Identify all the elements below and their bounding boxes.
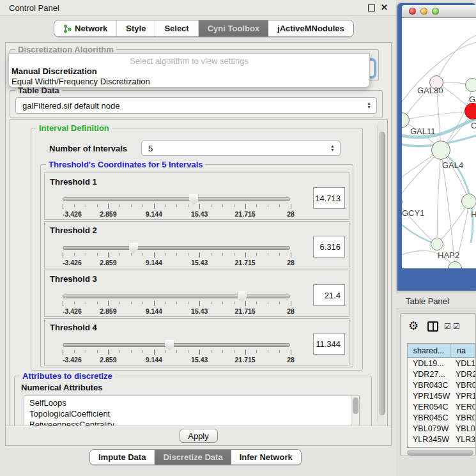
network-node[interactable] [431, 238, 443, 250]
node-label: GCY1 [402, 208, 424, 218]
close-icon[interactable]: ✕ [381, 3, 388, 12]
gear-icon[interactable]: ⚙ [408, 319, 418, 333]
threshold-slider[interactable] [63, 246, 290, 250]
network-view-window: GAL80 GA C GAL11 GAL4 GCY1 H HAP2 [397, 3, 476, 291]
interval-definition-title: Interval Definition [36, 123, 112, 133]
table-row[interactable]: YLR345WYLR3 [408, 434, 475, 445]
table-row[interactable]: YDR27...YDR2 [408, 369, 475, 380]
vertical-scrollbar[interactable] [377, 121, 386, 426]
list-scrollbar-thumb[interactable] [353, 397, 358, 414]
close-traffic-light-icon[interactable] [409, 8, 416, 15]
threshold-label: Threshold 3 [50, 274, 97, 284]
panel-title: Control Panel [9, 3, 59, 13]
columns-icon[interactable] [427, 321, 438, 332]
table-data-value: galFiltered.sif default node [22, 101, 119, 111]
threshold-row: Threshold 4 -3.4262.8599.14415.4321.7152… [44, 318, 349, 365]
network-node[interactable] [461, 194, 476, 209]
slider-ticks [63, 301, 291, 307]
zoom-traffic-light-icon[interactable] [432, 8, 439, 15]
list-scrollbar[interactable] [351, 396, 359, 426]
apply-bar: Apply [6, 426, 391, 445]
control-panel: Control Panel ✕ Network Style Select Cyn… [0, 0, 396, 476]
threshold-slider[interactable] [63, 343, 290, 347]
threshold-label: Threshold 1 [50, 177, 97, 187]
table-panel-title: Table Panel [406, 296, 449, 306]
dropdown-option-equal-width[interactable]: Equal Width/Frequency Discretization [12, 77, 150, 86]
threshold-value-field[interactable]: 14.713 [313, 187, 345, 209]
horizontal-scrollbar-thumb[interactable] [407, 450, 473, 456]
tab-impute-data[interactable]: Impute Data [90, 450, 155, 464]
column-header[interactable]: na [450, 344, 475, 358]
tab-select[interactable]: Select [155, 20, 198, 36]
checkbox-icon[interactable]: ☑ [444, 322, 451, 331]
apply-button[interactable]: Apply [180, 429, 218, 443]
table-row[interactable]: YBR045CYBR0 [408, 412, 475, 423]
threshold-row: Threshold 1 -3.4262.8599.14415.4321.7152… [44, 173, 349, 220]
slider-ticks [63, 204, 291, 210]
list-item[interactable]: SelfLoops [24, 396, 359, 408]
interval-definition-group: Interval Definition Number of Intervals … [31, 128, 363, 371]
threshold-label: Threshold 4 [50, 323, 97, 332]
cyni-content-panel: Discretization Algorithm ▲▼ Select algor… [5, 42, 392, 446]
network-icon [63, 24, 72, 33]
table-row[interactable]: YIL052CYIL0 [408, 445, 475, 448]
slider-scale-labels: -3.4262.8599.14415.4321.71528 [63, 307, 291, 315]
node-table: shared... na YDL19...YDL1 YDR27...YDR2 Y… [407, 343, 475, 448]
tab-style[interactable]: Style [117, 20, 155, 36]
tab-jactivemnodules[interactable]: jActiveMNodules [268, 20, 353, 36]
dropdown-hint: Select algorithm to view settings [9, 56, 369, 66]
checkbox-icon[interactable]: ☑ [453, 322, 460, 331]
bottom-tab-bar: Impute Data Discretize Data Infer Networ… [89, 449, 302, 465]
number-of-intervals-combobox[interactable]: 5 ▲▼ [141, 141, 341, 156]
slider-scale-labels: -3.4262.8599.14415.4321.71528 [63, 356, 291, 364]
table-data-group: Table Data galFiltered.sif default node … [10, 90, 383, 118]
threshold-row: Threshold 2 -3.4262.8599.14415.4321.7152… [44, 221, 349, 268]
minimize-traffic-light-icon[interactable] [420, 8, 427, 15]
threshold-slider[interactable] [63, 197, 290, 201]
network-canvas[interactable]: GAL80 GA C GAL11 GAL4 GCY1 H HAP2 [402, 18, 476, 268]
attributes-listbox[interactable]: SelfLoops TopologicalCoefficient Between… [24, 395, 360, 427]
network-node[interactable] [465, 78, 476, 92]
node-label: HAP2 [438, 250, 459, 260]
thresholds-group-title: Threshold's Coordinates for 5 Intervals [46, 160, 205, 169]
list-item[interactable]: TopologicalCoefficient [24, 408, 359, 419]
vertical-scrollbar-thumb[interactable] [379, 132, 385, 415]
threshold-slider[interactable] [63, 295, 290, 298]
tab-cyni-toolbox[interactable]: Cyni Toolbox [199, 20, 268, 36]
slider-scale-labels: -3.4262.8599.14415.4321.71528 [63, 210, 291, 218]
float-window-icon[interactable] [368, 4, 375, 12]
numerical-attributes-label: Numerical Attributes [21, 383, 102, 392]
number-of-intervals-value: 5 [148, 144, 153, 153]
control-panel-titlebar: Control Panel ✕ [0, 0, 396, 16]
node-label: GA [469, 95, 476, 104]
table-header-row: shared... na [408, 344, 475, 358]
table-row[interactable]: YBR043CYBR0 [408, 380, 475, 390]
thresholds-group: Threshold's Coordinates for 5 Intervals … [40, 164, 353, 367]
dropdown-option-manual[interactable]: Manual Discretization [12, 66, 97, 76]
tab-discretize-data[interactable]: Discretize Data [155, 450, 231, 464]
table-panel-window: ⚙ ☑ ☑ shared... na YDL19...YDL1 YDR27...… [400, 313, 476, 456]
table-data-combobox[interactable]: galFiltered.sif default node ▲▼ [15, 97, 377, 114]
combo-arrows-icon: ▲▼ [330, 141, 335, 155]
table-row[interactable]: YDL19...YDL1 [408, 358, 475, 369]
tab-network[interactable]: Network [54, 20, 117, 36]
threshold-label: Threshold 2 [50, 226, 97, 235]
slider-ticks [63, 349, 291, 355]
tab-infer-network[interactable]: Infer Network [231, 450, 301, 464]
top-tab-bar: Network Style Select Cyni Toolbox jActiv… [54, 20, 354, 37]
threshold-value-field[interactable]: 6.316 [313, 236, 345, 257]
slider-scale-labels: -3.4262.8599.14415.4321.71528 [63, 259, 291, 266]
threshold-value-field[interactable]: 11.344 [313, 333, 345, 355]
network-window-titlebar [402, 5, 476, 18]
threshold-value-field[interactable]: 21.4 [313, 284, 345, 306]
settings-scrollpane: Interval Definition Number of Intervals … [10, 119, 388, 427]
network-node[interactable] [431, 141, 450, 160]
table-row[interactable]: YBL079WYBL0 [408, 423, 475, 434]
table-row[interactable]: YPR145WYPR1 [408, 390, 475, 401]
column-header[interactable]: shared... [408, 344, 450, 358]
slider-ticks [63, 252, 291, 258]
combo-arrows-icon: ▲▼ [367, 98, 371, 113]
threshold-row: Threshold 3 -3.4262.8599.14415.4321.7152… [44, 270, 349, 317]
algorithm-dropdown-popup: Select algorithm to view settings Manual… [8, 53, 370, 88]
table-row[interactable]: YER054CYER0 [408, 401, 475, 412]
